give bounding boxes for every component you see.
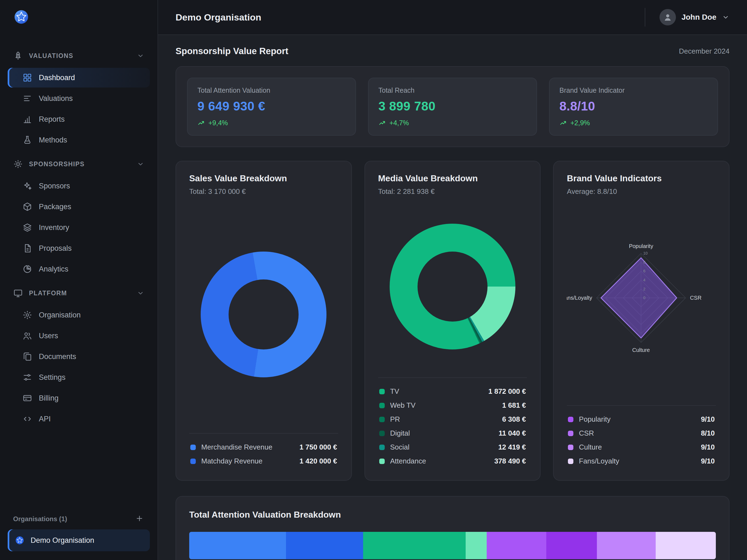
svg-text:Fans/Loyalty: Fans/Loyalty	[567, 295, 592, 301]
sidebar-item-valuations[interactable]: Valuations	[8, 88, 150, 108]
legend-value: 9/10	[701, 415, 715, 424]
legend-label: Merchandise Revenue	[201, 443, 272, 452]
organisations-block: Organisations (1) Demo Organisation	[0, 509, 157, 560]
legend-item: Matchday Revenue1 420 000 €	[189, 454, 338, 468]
nav-item-label: Settings	[39, 373, 66, 382]
legend-item: Popularity9/10	[567, 412, 716, 426]
sidebar-item-reports[interactable]: Reports	[8, 109, 150, 129]
kpi-value: 9 649 930 €	[198, 99, 345, 113]
main-area: Demo Organisation John Doe Sponsorship V…	[158, 0, 747, 560]
kpi-delta: +9,4%	[198, 119, 345, 127]
sidebar-item-billing[interactable]: Billing	[8, 388, 150, 408]
nav-item-label: Billing	[39, 394, 58, 403]
kpi-label: Total Attention Valuation	[198, 86, 345, 94]
card-title: Total Attention Valuation Breakdown	[189, 510, 716, 520]
sidebar-nav: VALUATIONS Dashboard Valuations	[0, 32, 157, 509]
sidebar-item-demo-organisation[interactable]: Demo Organisation	[8, 529, 150, 551]
legend-value: 9/10	[701, 457, 715, 465]
svg-text:0: 0	[643, 296, 646, 300]
attention-breakdown-card: Total Attention Valuation Breakdown	[176, 496, 729, 560]
legend-item: TV1 872 000 €	[378, 384, 527, 399]
bar-segment	[597, 532, 656, 559]
svg-text:8: 8	[643, 260, 646, 264]
bar-segment	[546, 532, 597, 559]
bar-segment	[487, 532, 546, 559]
media-legend: TV1 872 000 €Web TV1 681 €PR6 308 €Digit…	[378, 377, 527, 468]
sidebar-item-dashboard[interactable]: Dashboard	[8, 68, 150, 87]
kpi-brand-value-indicator: Brand Value Indicator 8.8/10 +2,9%	[549, 78, 718, 136]
section-valuations[interactable]: VALUATIONS	[0, 46, 157, 66]
app-root: VALUATIONS Dashboard Valuations	[0, 0, 747, 560]
svg-text:Culture: Culture	[633, 347, 650, 353]
sidebar-item-methods[interactable]: Methods	[8, 130, 150, 150]
add-organisation-button[interactable]	[134, 514, 145, 524]
chevron-down-icon	[137, 52, 145, 59]
valuations-list-icon	[22, 94, 32, 103]
legend-label: Popularity	[579, 415, 611, 424]
sidebar-item-organisation[interactable]: Organisation	[8, 305, 150, 325]
nav-item-label: Inventory	[39, 223, 69, 232]
kpi-total-attention-valuation: Total Attention Valuation 9 649 930 € +9…	[187, 78, 356, 136]
legend-label: Matchday Revenue	[201, 457, 262, 465]
app-logo[interactable]	[0, 0, 157, 32]
card-title: Brand Value Indicators	[567, 173, 716, 183]
code-icon	[22, 414, 32, 424]
kpi-value: 8.8/10	[560, 99, 707, 113]
sidebar-item-packages[interactable]: Packages	[8, 197, 150, 217]
organisations-label: Organisations (1)	[13, 515, 67, 523]
legend-item: Merchandise Revenue1 750 000 €	[189, 440, 338, 454]
sidebar-item-analytics[interactable]: Analytics	[8, 259, 150, 279]
sidebar-item-inventory[interactable]: Inventory	[8, 218, 150, 237]
bar-segment	[189, 532, 286, 559]
charts-row: Sales Value Breakdown Total: 3 170 000 €…	[176, 161, 729, 481]
organisation-logo-icon	[14, 535, 25, 546]
legend-label: Digital	[390, 429, 410, 437]
bar-chart-icon	[22, 114, 32, 124]
section-label: PLATFORM	[29, 289, 67, 297]
legend-value: 1 681 €	[502, 401, 526, 410]
legend-value: 9/10	[701, 443, 715, 452]
card-title: Sales Value Breakdown	[189, 173, 338, 183]
kpi-delta-value: +4,7%	[389, 119, 409, 127]
nav-item-label: Proposals	[39, 244, 72, 253]
nav-item-label: Valuations	[39, 94, 73, 103]
legend-item: Social12 419 €	[378, 440, 527, 454]
legend-value: 378 490 €	[494, 457, 526, 465]
legend-label: Attendance	[390, 457, 426, 465]
kpi-value: 3 899 780	[379, 99, 526, 113]
section-sponsorships[interactable]: SPONSORSHIPS	[0, 154, 157, 174]
plus-icon	[135, 514, 144, 523]
sidebar-item-api[interactable]: API	[8, 409, 150, 429]
media-value-card: Media Value Breakdown Total: 2 281 938 €…	[364, 161, 541, 481]
credit-card-icon	[22, 393, 32, 403]
legend-item: Culture9/10	[567, 440, 716, 454]
kpi-total-reach: Total Reach 3 899 780 +4,7%	[368, 78, 537, 136]
bar-segment	[363, 532, 466, 559]
user-menu[interactable]: John Doe	[645, 8, 729, 27]
box-icon	[22, 202, 32, 212]
sales-donut-chart	[201, 252, 327, 377]
user-name: John Doe	[681, 13, 716, 22]
svg-text:2: 2	[643, 287, 646, 291]
section-platform[interactable]: PLATFORM	[0, 283, 157, 303]
kpi-delta: +4,7%	[379, 119, 526, 127]
kpi-label: Brand Value Indicator	[560, 86, 707, 94]
media-donut-chart	[390, 224, 515, 350]
bar-segment	[466, 532, 487, 559]
sidebar-item-documents[interactable]: Documents	[8, 347, 150, 366]
kpi-delta-value: +9,4%	[208, 119, 228, 127]
nav-item-label: Documents	[39, 353, 76, 361]
sidebar-item-users[interactable]: Users	[8, 326, 150, 346]
sidebar-item-sponsors[interactable]: Sponsors	[8, 176, 150, 196]
attention-stacked-bar	[189, 532, 716, 559]
sidebar: VALUATIONS Dashboard Valuations	[0, 0, 158, 560]
page-title: Demo Organisation	[176, 12, 261, 23]
legend-label: CSR	[579, 429, 594, 437]
legend-color-dot	[568, 459, 573, 464]
file-text-icon	[22, 244, 32, 253]
kpi-delta: +2,9%	[560, 119, 707, 127]
pie-chart-icon	[22, 264, 32, 274]
report-period: December 2024	[679, 47, 729, 55]
sidebar-item-settings[interactable]: Settings	[8, 367, 150, 387]
sidebar-item-proposals[interactable]: Proposals	[8, 238, 150, 258]
